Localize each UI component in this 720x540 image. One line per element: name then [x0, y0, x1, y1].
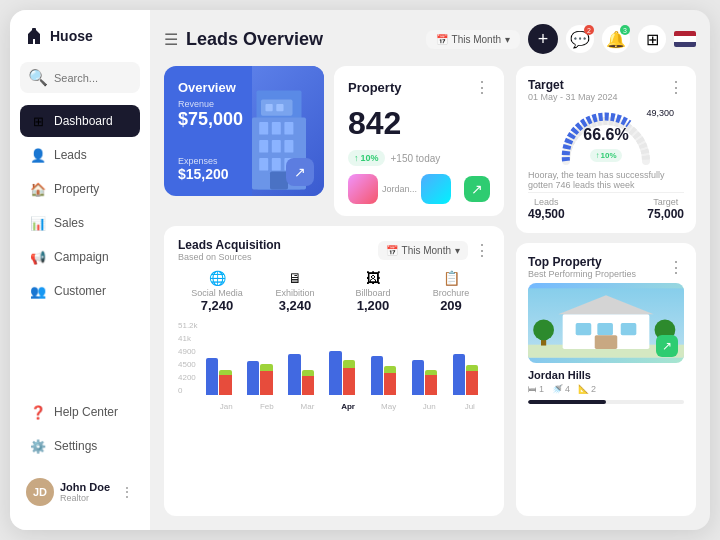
bar-red — [466, 371, 478, 395]
property-badge-row: ↑ 10% +150 today — [348, 150, 490, 166]
bar-green — [343, 360, 355, 368]
sidebar-item-sales[interactable]: 📊 Sales — [20, 207, 140, 239]
property-avatar-2 — [421, 174, 451, 204]
top-property-header: Top Property Best Performing Properties … — [528, 255, 684, 279]
bar-chart: 51.2k41k4900450042000 JanFebMarAprMayJun… — [178, 321, 490, 411]
sidebar-label-settings: Settings — [54, 439, 97, 453]
area-value: 2 — [591, 384, 596, 394]
gauge-counter: 49,300 — [646, 108, 674, 118]
social-media-value: 7,240 — [178, 298, 256, 313]
bar-red — [384, 373, 396, 395]
revenue-label: Revenue — [178, 99, 310, 109]
overview-arrow-button[interactable]: ↗ — [286, 158, 314, 186]
add-button[interactable]: + — [528, 24, 558, 54]
sidebar-label-dashboard: Dashboard — [54, 114, 113, 128]
property-arrow-button[interactable]: ↗ — [464, 176, 490, 202]
sales-icon: 📊 — [30, 215, 46, 231]
target-value: 75,000 — [647, 207, 684, 221]
bar-blue — [453, 354, 465, 395]
bath-icon: 🚿 — [552, 384, 563, 394]
sidebar-item-dashboard[interactable]: ⊞ Dashboard — [20, 105, 140, 137]
y-axis-labels: 51.2k41k4900450042000 — [178, 321, 198, 395]
target-header: Target 01 May - 31 May 2024 ⋮ — [528, 78, 684, 102]
bar-green — [384, 366, 396, 373]
month-bar-group — [371, 321, 408, 395]
target-stats: Leads 49,500 Target 75,000 — [528, 197, 684, 221]
svg-point-25 — [533, 320, 554, 341]
growth-percent: 10% — [361, 153, 379, 163]
svg-rect-8 — [284, 140, 293, 153]
sidebar: Huose 🔍 ⊞ Dashboard 👤 Leads 🏠 Property 📊… — [10, 10, 150, 530]
property-avatar-1 — [348, 174, 378, 204]
x-label: Feb — [247, 402, 288, 411]
sidebar-item-campaign[interactable]: 📢 Campaign — [20, 241, 140, 273]
billboard-value: 1,200 — [334, 298, 412, 313]
area-icon: 📐 — [578, 384, 589, 394]
notification-badge: 3 — [620, 25, 630, 35]
help-icon: ❓ — [30, 404, 46, 420]
property-count: 842 — [348, 105, 490, 142]
property-card-header: Property ⋮ — [348, 78, 490, 97]
sidebar-item-property[interactable]: 🏠 Property — [20, 173, 140, 205]
target-growth-pct: 10% — [600, 151, 616, 160]
bar-green — [260, 364, 272, 371]
chart-bars — [206, 321, 490, 395]
property-image-arrow-button[interactable]: ↗ — [656, 335, 678, 357]
brochure-value: 209 — [412, 298, 490, 313]
gauge-text: 66.6% ↑ 10% — [583, 126, 628, 162]
main-content: ☰ Leads Overview 📅 This Month ▾ + 💬 2 🔔 … — [150, 10, 710, 530]
property-image: ↗ — [528, 283, 684, 363]
bath-value: 4 — [565, 384, 570, 394]
calendar-icon: 📅 — [436, 34, 448, 45]
source-social-media: 🌐 Social Media 7,240 — [178, 270, 256, 313]
source-billboard: 🖼 Billboard 1,200 — [334, 270, 412, 313]
social-media-label: Social Media — [178, 288, 256, 298]
sidebar-item-leads[interactable]: 👤 Leads — [20, 139, 140, 171]
search-input[interactable] — [54, 72, 132, 84]
property-menu-icon[interactable]: ⋮ — [474, 78, 490, 97]
bed-icon: 🛏 — [528, 384, 537, 394]
top-property-card: Top Property Best Performing Properties … — [516, 243, 696, 516]
target-date: 01 May - 31 May 2024 — [528, 92, 618, 102]
user-profile: JD John Doe Realtor ⋮ — [20, 470, 140, 514]
target-menu-icon[interactable]: ⋮ — [668, 78, 684, 97]
month-bar-group — [247, 321, 284, 395]
more-options-icon[interactable]: ⋮ — [120, 484, 134, 500]
language-flag[interactable] — [674, 31, 696, 47]
y-label: 41k — [178, 334, 198, 343]
logo-icon — [24, 26, 44, 46]
grid-button[interactable]: ⊞ — [638, 25, 666, 53]
hamburger-icon[interactable]: ☰ — [164, 30, 178, 49]
date-filter[interactable]: 📅 This Month ▾ — [426, 30, 520, 49]
sidebar-label-property: Property — [54, 182, 99, 196]
search-box[interactable]: 🔍 — [20, 62, 140, 93]
leads-icon: 👤 — [30, 147, 46, 163]
nav-menu: ⊞ Dashboard 👤 Leads 🏠 Property 📊 Sales 📢… — [20, 105, 140, 309]
app-name: Huose — [50, 28, 93, 44]
bar-blue — [206, 358, 218, 395]
messages-button[interactable]: 💬 2 — [566, 25, 594, 53]
sidebar-item-settings[interactable]: ⚙️ Settings — [20, 430, 140, 462]
property-today-text: +150 today — [391, 153, 441, 164]
page-title: Leads Overview — [186, 29, 426, 50]
arrow-up-icon: ↑ — [354, 153, 359, 163]
svg-rect-23 — [595, 335, 618, 349]
billboard-icon: 🖼 — [334, 270, 412, 286]
chevron-down-icon: ▾ — [505, 34, 510, 45]
target-note: Hooray, the team has successfully gotten… — [528, 170, 684, 190]
bar-red — [425, 375, 437, 395]
acquisition-filter[interactable]: 📅 This Month ▾ — [378, 241, 468, 260]
source-brochure: 📋 Brochure 209 — [412, 270, 490, 313]
campaign-icon: 📢 — [30, 249, 46, 265]
sources-row: 🌐 Social Media 7,240 🖥 Exhibition 3,240 … — [178, 270, 490, 313]
notifications-button[interactable]: 🔔 3 — [602, 25, 630, 53]
month-bar-group — [329, 321, 366, 395]
settings-icon: ⚙️ — [30, 438, 46, 454]
top-property-titles: Top Property Best Performing Properties — [528, 255, 636, 279]
acquisition-menu-icon[interactable]: ⋮ — [474, 241, 490, 260]
sidebar-item-help[interactable]: ❓ Help Center — [20, 396, 140, 428]
brochure-label: Brochure — [412, 288, 490, 298]
sidebar-item-customer[interactable]: 👥 Customer — [20, 275, 140, 307]
top-property-menu-icon[interactable]: ⋮ — [668, 258, 684, 277]
bath-count: 🚿 4 — [552, 384, 570, 394]
